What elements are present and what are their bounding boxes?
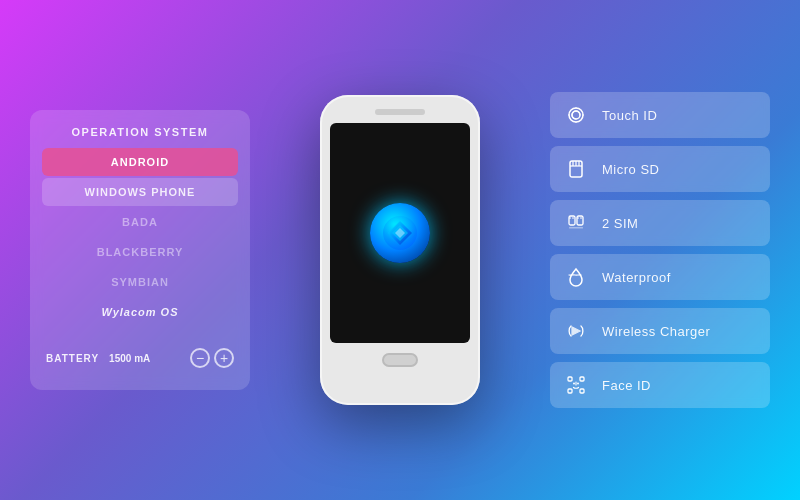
svg-rect-16 — [568, 389, 572, 393]
phone-screen — [330, 123, 470, 343]
battery-plus-button[interactable]: + — [214, 348, 234, 368]
battery-label: BATTERY — [46, 353, 99, 364]
svg-point-19 — [577, 383, 579, 385]
battery-section: BATTERY 1500 mA − + — [42, 342, 238, 374]
touch-id-icon — [562, 101, 590, 129]
svg-point-18 — [573, 383, 575, 385]
svg-rect-9 — [572, 218, 574, 219]
svg-rect-17 — [580, 389, 584, 393]
phone-container — [250, 95, 550, 405]
feature-micro-sd[interactable]: Micro SD — [550, 146, 770, 192]
micro-sd-label: Micro SD — [602, 162, 659, 177]
waterproof-label: Waterproof — [602, 270, 671, 285]
battery-value: 1500 mA — [109, 353, 150, 364]
os-item-windows[interactable]: WINDOWS PHONE — [42, 178, 238, 206]
feature-touch-id[interactable]: Touch ID — [550, 92, 770, 138]
svg-rect-11 — [577, 218, 579, 219]
left-panel: OPERATION SYSTEM ANDROID WINDOWS PHONE B… — [30, 110, 250, 390]
feature-wireless-charger[interactable]: Wireless Charger — [550, 308, 770, 354]
battery-minus-button[interactable]: − — [190, 348, 210, 368]
os-item-wylacom[interactable]: Wylacom OS — [42, 298, 238, 326]
phone-app-icon — [370, 203, 430, 263]
feature-waterproof[interactable]: Waterproof — [550, 254, 770, 300]
svg-rect-7 — [569, 216, 575, 225]
micro-sd-icon — [562, 155, 590, 183]
touch-id-label: Touch ID — [602, 108, 657, 123]
battery-controls: − + — [190, 348, 234, 368]
phone-speaker — [375, 109, 425, 115]
face-id-label: Face ID — [602, 378, 651, 393]
2sim-label: 2 SIM — [602, 216, 638, 231]
svg-rect-10 — [577, 216, 583, 225]
svg-rect-13 — [569, 227, 583, 229]
svg-rect-15 — [580, 377, 584, 381]
feature-2sim[interactable]: 2 SIM — [550, 200, 770, 246]
waterproof-icon — [562, 263, 590, 291]
os-item-symbian[interactable]: SYMBIAN — [42, 268, 238, 296]
svg-rect-12 — [580, 218, 582, 219]
wireless-charger-label: Wireless Charger — [602, 324, 710, 339]
os-item-android[interactable]: ANDROID — [42, 148, 238, 176]
svg-rect-14 — [568, 377, 572, 381]
phone — [320, 95, 480, 405]
app-icon-svg — [382, 215, 418, 251]
phone-home-button[interactable] — [382, 353, 418, 367]
wireless-charger-icon — [562, 317, 590, 345]
face-id-icon — [562, 371, 590, 399]
sim-icon — [562, 209, 590, 237]
os-item-bada[interactable]: BADA — [42, 208, 238, 236]
right-panel: Touch ID Micro SD — [550, 92, 770, 408]
os-item-blackberry[interactable]: BLACKBERRY — [42, 238, 238, 266]
os-title: OPERATION SYSTEM — [42, 126, 238, 138]
feature-face-id[interactable]: Face ID — [550, 362, 770, 408]
svg-rect-8 — [569, 218, 571, 219]
